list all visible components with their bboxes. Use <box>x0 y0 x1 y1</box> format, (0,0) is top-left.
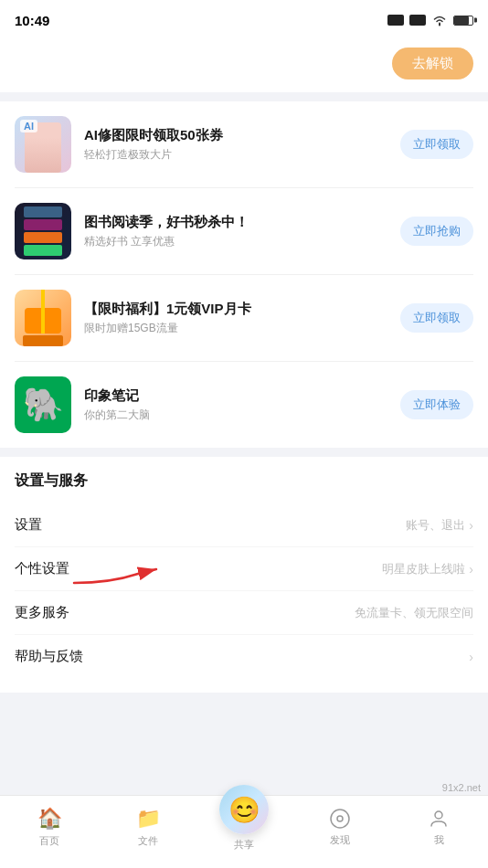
settings-label-settings: 设置 <box>15 516 42 534</box>
settings-section: 设置与服务 设置 账号、退出 › 个性设置 明星皮肤上线啦 › 更多服务 免流量… <box>0 457 488 693</box>
settings-section-title: 设置与服务 <box>15 471 473 491</box>
elephant-icon: 🐘 <box>23 386 64 424</box>
signal-icon <box>387 15 404 26</box>
promo-img-ai <box>15 116 71 173</box>
promo-img-vip <box>15 290 71 346</box>
settings-label-help: 帮助与反馈 <box>15 648 83 665</box>
settings-item-more-services[interactable]: 更多服务 免流量卡、领无限空间 <box>15 591 473 635</box>
book-stack <box>24 206 62 256</box>
wifi-icon <box>431 14 448 26</box>
promo-subtitle-vip: 限时加赠15GB流量 <box>84 321 391 336</box>
discover-icon <box>329 808 351 830</box>
nav-label-share: 共享 <box>234 838 254 852</box>
unlock-area: 去解锁 <box>0 40 488 92</box>
me-icon <box>428 808 450 830</box>
settings-label-personalize: 个性设置 <box>15 560 69 577</box>
settings-item-personalize[interactable]: 个性设置 明星皮肤上线啦 › <box>15 547 473 591</box>
nav-item-files[interactable]: 📁 文件 <box>121 807 175 848</box>
nav-label-me: 我 <box>434 833 444 847</box>
battery-icon <box>453 16 473 26</box>
settings-right-more-services: 免流量卡、领无限空间 <box>355 605 473 621</box>
promo-card-vip[interactable]: 【限时福利】1元领VIP月卡 限时加赠15GB流量 立即领取 <box>15 275 473 362</box>
nav-label-files: 文件 <box>138 834 158 848</box>
nav-item-me[interactable]: 我 <box>411 808 466 847</box>
promo-subtitle-ai: 轻松打造极致大片 <box>84 147 391 163</box>
promo-title-vip: 【限时福利】1元领VIP月卡 <box>84 300 391 318</box>
book-item-4 <box>24 245 62 256</box>
promo-card-book[interactable]: 图书阅读季，好书秒杀中！ 精选好书 立享优惠 立即抢购 <box>15 188 473 275</box>
status-icons <box>387 14 473 26</box>
promo-title-ai: AI修图限时领取50张券 <box>84 126 391 144</box>
nav-item-share[interactable]: 😊 共享 <box>219 785 269 852</box>
chevron-icon-settings: › <box>469 518 473 533</box>
nav-item-discover[interactable]: 发现 <box>313 808 367 847</box>
ai-action-button[interactable]: 立即领取 <box>400 130 473 159</box>
svg-point-1 <box>331 810 349 828</box>
signal-icon-2 <box>409 15 426 26</box>
vip-action-button[interactable]: 立即领取 <box>400 303 473 333</box>
settings-item-help[interactable]: 帮助与反馈 › <box>15 635 473 678</box>
promo-action-book[interactable]: 立即抢购 <box>400 217 473 246</box>
promo-info-book: 图书阅读季，好书秒杀中！ 精选好书 立享优惠 <box>84 213 391 250</box>
settings-item-settings[interactable]: 设置 账号、退出 › <box>15 503 473 547</box>
promo-info-vip: 【限时福利】1元领VIP月卡 限时加赠15GB流量 <box>84 300 391 337</box>
promo-action-evernote[interactable]: 立即体验 <box>400 390 473 419</box>
red-arrow-icon <box>65 560 175 587</box>
chevron-icon-personalize: › <box>469 562 473 577</box>
promo-title-book: 图书阅读季，好书秒杀中！ <box>84 213 391 231</box>
svg-point-3 <box>435 811 442 819</box>
settings-right-settings: 账号、退出 › <box>406 517 473 534</box>
svg-point-2 <box>337 816 343 821</box>
unlock-button[interactable]: 去解锁 <box>392 48 473 79</box>
promo-img-evernote: 🐘 <box>15 376 71 433</box>
settings-right-text-more-services: 免流量卡、领无限空间 <box>355 605 473 621</box>
book-item-1 <box>24 206 62 217</box>
chevron-icon-help: › <box>469 650 473 664</box>
nav-item-home[interactable]: 🏠 百页 <box>22 807 77 848</box>
evernote-action-button[interactable]: 立即体验 <box>400 390 473 419</box>
files-icon: 📁 <box>136 807 161 831</box>
home-icon: 🏠 <box>37 807 62 831</box>
promo-title-evernote: 印象笔记 <box>84 386 391 405</box>
nav-label-home: 百页 <box>39 834 59 848</box>
settings-right-help: › <box>469 650 473 664</box>
status-bar: 10:49 <box>0 0 488 40</box>
settings-right-text-personalize: 明星皮肤上线啦 <box>382 561 465 577</box>
promo-cards-section: AI修图限时领取50张券 轻松打造极致大片 立即领取 图书阅读季，好书秒杀中！ … <box>0 101 488 448</box>
promo-card-evernote[interactable]: 🐘 印象笔记 你的第二大脑 立即体验 <box>15 362 473 448</box>
promo-info-evernote: 印象笔记 你的第二大脑 <box>84 386 391 424</box>
settings-right-personalize: 明星皮肤上线啦 › <box>382 561 473 577</box>
bottom-nav: 🏠 百页 📁 文件 😊 共享 发现 我 <box>0 795 488 868</box>
nav-label-discover: 发现 <box>330 833 350 847</box>
book-action-button[interactable]: 立即抢购 <box>400 217 473 246</box>
status-time: 10:49 <box>15 13 49 28</box>
book-item-2 <box>24 219 62 230</box>
promo-subtitle-evernote: 你的第二大脑 <box>84 408 391 423</box>
promo-action-ai[interactable]: 立即领取 <box>400 130 473 159</box>
settings-label-more-services: 更多服务 <box>15 604 69 621</box>
share-center-icon: 😊 <box>219 785 269 834</box>
promo-action-vip[interactable]: 立即领取 <box>400 303 473 333</box>
promo-img-book <box>15 203 71 259</box>
watermark: 91x2.net <box>442 782 481 793</box>
settings-right-text-settings: 账号、退出 <box>406 517 465 534</box>
promo-subtitle-book: 精选好书 立享优惠 <box>84 234 391 249</box>
cloud-face-icon: 😊 <box>228 795 260 825</box>
promo-info-ai: AI修图限时领取50张券 轻松打造极致大片 <box>84 126 391 164</box>
gift-base <box>23 335 63 346</box>
book-item-3 <box>24 232 62 243</box>
promo-card-ai[interactable]: AI修图限时领取50张券 轻松打造极致大片 立即领取 <box>15 101 473 188</box>
